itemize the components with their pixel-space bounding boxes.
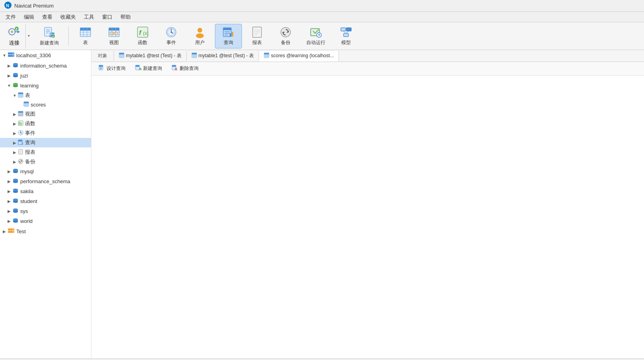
- tables-node[interactable]: ▼ 表: [0, 91, 91, 100]
- delete-query-button[interactable]: 删除查询: [168, 64, 203, 74]
- connect-dropdown[interactable]: ▼: [25, 24, 32, 48]
- svg-rect-92: [18, 111, 23, 113]
- backups-label: 备份: [25, 158, 35, 165]
- menu-edit[interactable]: 编辑: [20, 13, 38, 21]
- backup-icon: [280, 26, 292, 39]
- menu-view[interactable]: 查看: [38, 13, 56, 21]
- svg-point-105: [20, 132, 21, 133]
- svg-rect-164: [135, 65, 139, 67]
- svg-point-78: [13, 85, 18, 87]
- qtb-new-query-button[interactable]: + 新建查询: [131, 64, 166, 74]
- query-label: 查询: [224, 39, 233, 46]
- views-icon: [18, 111, 23, 118]
- connect-icon: +: [8, 25, 21, 39]
- table-scores[interactable]: ▶ scores: [0, 100, 91, 109]
- backup-button[interactable]: 备份: [272, 24, 299, 48]
- autorun-button[interactable]: 自动运行: [301, 24, 331, 48]
- collapse-arrow: ▼: [12, 93, 17, 98]
- server-test[interactable]: ▶ Test: [0, 226, 91, 237]
- function-button[interactable]: f (x) 函数: [129, 24, 156, 48]
- sidebar: ▼ localhost_3306 ▶ inform: [0, 50, 91, 358]
- db-mysql[interactable]: ▶ mysql: [0, 166, 91, 176]
- report-button[interactable]: 报表: [244, 24, 271, 48]
- views-node[interactable]: ▶ 视图: [0, 109, 91, 119]
- table-icon: [79, 26, 91, 39]
- db-sakila[interactable]: ▶ sakila: [0, 186, 91, 196]
- reports-icon: [18, 149, 23, 156]
- backup-label: 备份: [281, 39, 290, 46]
- menu-tools[interactable]: 工具: [80, 13, 98, 21]
- menu-file[interactable]: 文件: [2, 13, 20, 21]
- new-query-icon: +: [43, 26, 56, 40]
- event-button[interactable]: 事件: [158, 24, 185, 48]
- svg-point-5: [11, 31, 13, 33]
- connect-button[interactable]: + 连接: [3, 24, 25, 48]
- svg-point-123: [13, 181, 18, 183]
- backups-icon: [18, 159, 23, 165]
- db-juzi[interactable]: ▶ juzi: [0, 71, 91, 81]
- menu-window[interactable]: 窗口: [98, 13, 116, 21]
- expand-arrow: ▶: [12, 159, 17, 165]
- event-icon: [165, 26, 177, 39]
- svg-point-72: [13, 66, 18, 68]
- server-localhost[interactable]: ▼ localhost_3306: [0, 50, 91, 61]
- db-student-label: student: [20, 198, 37, 204]
- svg-point-135: [13, 221, 18, 223]
- svg-point-120: [13, 171, 18, 173]
- svg-rect-24: [109, 28, 119, 31]
- reports-node[interactable]: ▶ 报表: [0, 147, 91, 157]
- queries-icon: [18, 139, 23, 146]
- view-button[interactable]: 视图: [101, 24, 128, 48]
- tab-mytable1-2[interactable]: mytable1 @test (Test) - 表: [187, 51, 259, 61]
- expand-arrow: ▶: [12, 130, 17, 136]
- svg-rect-62: [346, 28, 351, 31]
- db-student[interactable]: ▶ student: [0, 196, 91, 206]
- expand-arrow: ▶: [12, 149, 17, 155]
- delete-query-icon: [172, 65, 178, 72]
- events-icon: [18, 130, 23, 137]
- db-world[interactable]: ▶ world: [0, 216, 91, 226]
- tab-scores[interactable]: scores @learning (localhost...: [259, 51, 339, 62]
- views-label: 视图: [25, 110, 35, 118]
- db-sys[interactable]: ▶ sys: [0, 206, 91, 216]
- svg-rect-63: [344, 33, 348, 37]
- titlebar: N Navicat Premium: [0, 0, 644, 12]
- table-button[interactable]: 表: [72, 24, 99, 48]
- tab-table-icon-1: [119, 52, 124, 59]
- db-icon: [12, 217, 19, 225]
- object-tabs-bar: 对象 mytable1 @test (Test) - 表: [91, 50, 644, 62]
- backups-node[interactable]: ▶ 备份: [0, 157, 91, 166]
- db-information-schema[interactable]: ▶ information_schema: [0, 61, 91, 71]
- view-icon: [108, 26, 120, 39]
- svg-line-65: [346, 31, 349, 33]
- user-button[interactable]: 用户: [186, 24, 213, 48]
- db-performance-schema[interactable]: ▶ performance_schema: [0, 176, 91, 186]
- db-learning[interactable]: ▼ learning: [0, 81, 91, 91]
- query-toolbar: 设计查询 + 新建查询: [91, 62, 644, 75]
- expand-arrow: ▶: [6, 73, 12, 79]
- db-performance-schema-label: performance_schema: [20, 178, 70, 184]
- autorun-icon: [310, 26, 322, 39]
- new-query-button[interactable]: + 新建查询: [33, 24, 65, 48]
- expand-arrow: ▶: [12, 140, 17, 145]
- delete-query-label: 删除查询: [180, 65, 199, 72]
- tab-table-icon-2: [191, 52, 197, 59]
- menu-favorites[interactable]: 收藏夹: [56, 13, 80, 21]
- svg-rect-147: [192, 53, 197, 54]
- query-button[interactable]: 查询: [215, 24, 242, 48]
- functions-node[interactable]: ▶ fx 函数: [0, 119, 91, 128]
- event-label: 事件: [166, 39, 176, 46]
- events-node[interactable]: ▶ 事件: [0, 128, 91, 138]
- svg-point-115: [18, 159, 23, 164]
- tab-mytable1-1[interactable]: mytable1 @test (Test) - 表: [114, 51, 187, 61]
- chevron-down-icon: ▼: [27, 34, 31, 38]
- queries-node[interactable]: ▶ 查询: [0, 138, 91, 147]
- collapse-arrow: ▼: [2, 53, 7, 58]
- svg-rect-49: [253, 27, 261, 37]
- menu-help[interactable]: 帮助: [116, 13, 135, 21]
- design-query-button[interactable]: 设计查询: [95, 64, 130, 74]
- svg-rect-86: [24, 102, 29, 103]
- svg-rect-43: [223, 28, 231, 30]
- expand-arrow: ▶: [6, 219, 12, 224]
- model-button[interactable]: 模型: [333, 24, 360, 48]
